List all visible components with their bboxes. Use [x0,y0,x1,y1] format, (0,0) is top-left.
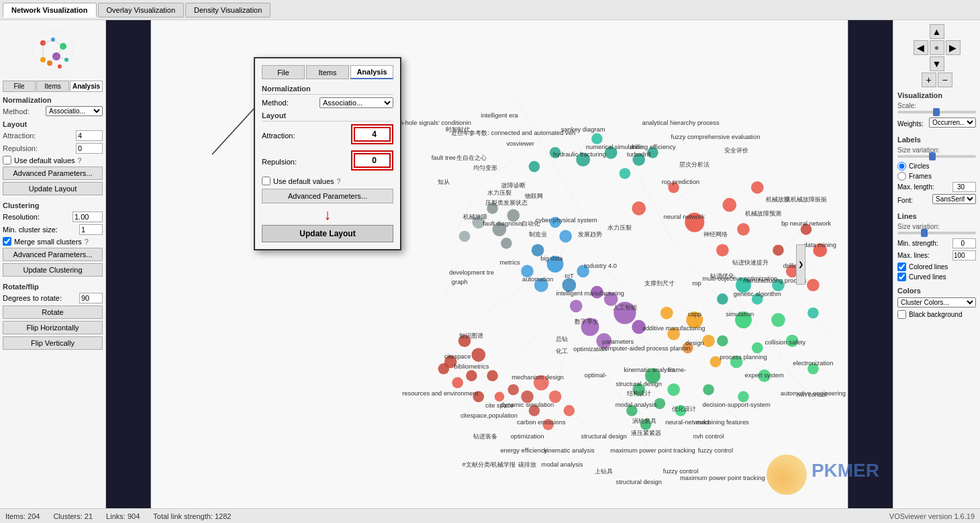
popup-tab-file[interactable]: File [262,65,305,79]
popup-attraction-input[interactable] [354,127,391,142]
circles-radio[interactable] [897,162,906,171]
weights-select[interactable]: Occurren... [929,117,976,128]
left-tab-analysis[interactable]: Analysis [70,81,103,92]
curved-lines-checkbox[interactable] [897,273,906,281]
tab-overlay-visualization[interactable]: Overlay Visualization [98,3,185,17]
svg-text:fuzzy comprehensive evaluation: fuzzy comprehensive evaluation [671,134,761,140]
clustering-advanced-params-button[interactable]: Advanced Parameters... [3,248,103,261]
svg-text:机械故障: 机械故障 [463,213,487,220]
popup-method-select[interactable]: Associatio... [320,97,393,108]
svg-text:抗机械故障振振: 抗机械故障振振 [785,196,827,203]
popup-tab-row: File Items Analysis [262,65,393,79]
svg-text:cite space: cite space [485,402,513,409]
repulsion-input[interactable] [76,143,103,154]
network-graph[interactable]: neural network 人工智能 数字孪生 intelligent man… [106,20,893,508]
svg-text:resources and environment: resources and environment [402,390,478,397]
max-length-input[interactable] [952,182,976,192]
popup-repulsion-outline [351,150,393,171]
font-row: Font: SansSerif [897,194,976,207]
nav-left-button[interactable]: ◀ [914,40,928,55]
cluster-colors-select[interactable]: Cluster Colors... [897,297,976,307]
font-label: Font: [897,197,913,204]
use-default-row: Use default values ? [3,156,103,164]
svg-text:development tre: development tre [449,269,494,276]
svg-point-68 [703,384,714,395]
frames-radio[interactable] [897,172,906,181]
lines-size-slider[interactable] [897,232,976,234]
update-clustering-button[interactable]: Update Clustering [3,263,103,277]
nav-center-button[interactable]: ⊕ [930,40,944,55]
black-background-checkbox[interactable] [897,310,906,319]
svg-text:structural design: structural design [581,433,627,440]
max-lines-input[interactable] [952,250,976,260]
svg-text:graph: graph [452,279,468,285]
min-cluster-input[interactable] [79,224,103,235]
resolution-input[interactable] [72,211,103,222]
right-colors-section: Colors Cluster Colors... Black backgroun… [897,287,976,319]
svg-point-130 [459,231,471,242]
links-status: Links: 904 [106,512,140,520]
degrees-input[interactable] [79,293,103,303]
right-viz-title: Visualization [897,91,976,99]
labels-size-slider-thumb [929,152,936,160]
expand-right-panel-button[interactable]: ❯ [796,244,805,285]
svg-point-92 [532,244,544,256]
left-tab-file[interactable]: File [3,81,36,92]
popup-use-default-checkbox[interactable] [262,177,271,185]
svg-point-106 [452,377,463,389]
min-cluster-row: Min. cluster size: [3,224,103,235]
svg-text:optimal-: optimal- [585,372,607,379]
min-strength-input[interactable] [952,238,976,248]
advanced-params-button[interactable]: Advanced Parameters... [3,167,103,180]
svg-text:structural design: structural design [616,381,661,387]
tab-network-visualization[interactable]: Network Visualization [3,3,97,17]
nav-up-button[interactable]: ▲ [930,24,944,39]
flip-vertical-button[interactable]: Flip Vertically [3,336,103,350]
zoom-in-button[interactable]: + [922,73,936,87]
scale-slider[interactable] [897,111,976,113]
attraction-input[interactable] [76,130,103,141]
svg-point-60 [771,313,785,327]
svg-text:结构设计: 结构设计 [627,390,651,397]
popup-advanced-params-button[interactable]: Advanced Parameters... [262,189,393,203]
svg-text:electronization: electronization [793,360,833,367]
tab-density-visualization[interactable]: Density Visualization [185,3,271,17]
total-link-strength-status: Total link strength: 1282 [153,512,231,520]
max-lines-row: Max. lines: [897,250,976,260]
merge-clusters-checkbox[interactable] [3,237,11,246]
layout-title: Layout [3,120,103,128]
flip-horizontal-button[interactable]: Flip Horizontally [3,321,103,334]
svg-text:structural design: structural design [616,479,661,485]
rotate-button[interactable]: Rotate [3,305,103,319]
svg-text:optimization: optimization [511,433,544,440]
svg-point-62 [752,342,763,354]
frames-label: Frames [909,173,932,180]
popup-tab-analysis[interactable]: Analysis [350,65,393,79]
nav-down-button[interactable]: ▼ [930,56,944,71]
font-select[interactable]: SansSerif [932,194,976,204]
svg-point-52 [773,244,784,256]
svg-text:nvh control: nvh control [693,433,724,440]
svg-text:big data: big data [540,255,563,262]
colored-lines-checkbox[interactable] [897,263,906,271]
zoom-out-button[interactable]: − [938,73,952,87]
normalization-method-select[interactable]: Associatio... [46,106,103,116]
popup-repulsion-input[interactable] [354,153,391,168]
left-tab-items[interactable]: Items [36,81,69,92]
popup-update-layout-button[interactable]: Update Layout [262,225,393,242]
nav-right-button[interactable]: ▶ [946,40,961,55]
update-layout-button[interactable]: Update Layout [3,182,103,195]
use-default-label: Use default values [14,156,75,164]
svg-point-76 [702,334,715,347]
svg-text:turbodrill: turbodrill [627,151,651,158]
svg-text:水力压裂: 水力压裂 [607,224,632,231]
svg-text:支撑剂尺寸: 支撑剂尺寸 [644,280,675,287]
svg-text:simulation: simulation [726,311,754,318]
use-default-checkbox[interactable] [3,156,11,164]
svg-point-131 [501,238,512,249]
popup-tab-items[interactable]: Items [306,65,349,79]
labels-size-slider[interactable] [897,155,976,158]
svg-text:上钻具: 上钻具 [595,468,613,475]
svg-line-10 [53,40,63,46]
curved-lines-label: Curved lines [909,273,946,281]
